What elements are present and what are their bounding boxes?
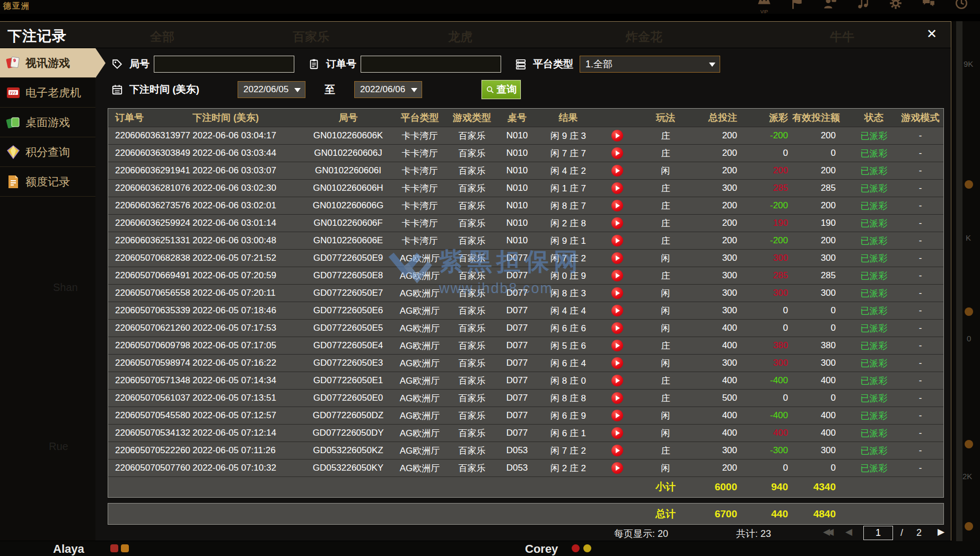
cell-result: 闲 8 庄 7 [538, 200, 599, 212]
music-icon[interactable] [854, 0, 872, 14]
person-chat-icon[interactable] [821, 0, 839, 14]
play-video-icon[interactable] [611, 322, 623, 334]
cell-platform-type: AG欧洲厅 [392, 340, 448, 352]
play-video-icon[interactable] [611, 270, 623, 281]
column-header-round-no: 局号 [304, 111, 392, 124]
date-from-select[interactable]: 2022/06/05 [238, 81, 305, 98]
cell-valid-bet: 0 [792, 323, 851, 333]
background-badge [572, 544, 580, 552]
play-video-icon[interactable] [611, 445, 623, 456]
previous-page-button[interactable]: ◀ [845, 526, 852, 537]
cell-game-mode: - [897, 340, 943, 351]
subtotal-row: 小计60009404340 [108, 476, 943, 497]
cell-game-type: 百家乐 [448, 147, 496, 160]
play-video-icon[interactable] [611, 392, 623, 404]
background-fragment: 2K [962, 472, 972, 481]
play-video-icon[interactable] [611, 340, 623, 351]
background-player-name: Alaya [53, 542, 84, 556]
play-cell [599, 462, 636, 474]
cell-round-no: GD053226050KY [304, 463, 392, 473]
play-video-icon[interactable] [611, 235, 623, 246]
column-header-table-no: 桌号 [496, 111, 538, 124]
cell-bet-time: 2022-06-05 07:20:59 [190, 270, 304, 281]
play-video-icon[interactable] [611, 182, 623, 194]
sidebar-item-quota[interactable]: 额度记录 [0, 167, 95, 197]
play-video-icon[interactable] [611, 427, 623, 439]
platform-type-select[interactable]: 1.全部 [580, 56, 720, 73]
clock-icon[interactable] [952, 0, 970, 14]
cell-order-no: 220606036291941 [108, 165, 190, 176]
cell-order-no: 220605070682838 [108, 253, 190, 263]
cell-round-no: GN0102260606K [304, 130, 392, 141]
play-video-icon[interactable] [611, 130, 623, 142]
play-cell [599, 287, 636, 299]
cell-round-no: GN0102260606G [304, 200, 392, 211]
gear-icon[interactable] [887, 0, 905, 14]
cell-payout: 285 [746, 183, 792, 193]
cell-total-bet: 400 [695, 428, 746, 438]
table-row: 2206050706097982022-06-05 07:17:05GD0772… [108, 337, 943, 354]
cell-result: 闲 2 庄 8 [538, 217, 599, 230]
background-player-name: Corey [525, 542, 558, 556]
page-number-input[interactable]: 1 [863, 526, 893, 540]
play-cell [599, 410, 636, 421]
cell-round-no: GD077226050E7 [304, 288, 392, 298]
cell-round-no: GD077226050E4 [304, 340, 392, 351]
play-video-icon[interactable] [611, 305, 623, 316]
cell-order-no: 220606036303849 [108, 148, 190, 158]
query-button[interactable]: 查询 [482, 80, 521, 99]
cell-play-type: 闲 [636, 462, 695, 474]
date-range-to-label: 至 [325, 83, 335, 97]
play-video-icon[interactable] [611, 217, 623, 229]
play-video-icon[interactable] [611, 252, 623, 264]
sidebar-item-slot-machine[interactable]: 777电子老虎机 [0, 78, 95, 108]
cell-game-type: 百家乐 [448, 392, 496, 404]
cell-valid-bet: 380 [792, 340, 851, 351]
cell-status: 已派彩 [851, 130, 897, 142]
cell-bet-time: 2022-06-05 07:16:22 [190, 358, 304, 368]
cell-bet-time: 2022-06-06 03:02:30 [190, 183, 304, 193]
cell-platform-type: AG欧洲厅 [392, 252, 448, 264]
cell-order-no: 220605070522260 [108, 445, 190, 456]
close-icon[interactable]: ✕ [926, 28, 937, 40]
cell-round-no: GD077226050DY [304, 428, 392, 438]
round-number-input[interactable] [154, 56, 294, 73]
grand-total-row: 总计67004404840 [108, 504, 943, 524]
chat-bubbles-icon[interactable] [920, 0, 938, 14]
cell-valid-bet: 400 [792, 375, 851, 386]
next-page-button[interactable]: ▶ [938, 526, 944, 537]
cell-valid-bet: 300 [792, 358, 851, 368]
play-cell [599, 200, 636, 211]
play-video-icon[interactable] [611, 287, 623, 299]
background-player-name: Shan [53, 281, 78, 294]
flag-icon[interactable] [788, 0, 806, 14]
order-number-input[interactable] [361, 56, 501, 73]
play-video-icon[interactable] [611, 375, 623, 386]
play-cell [599, 130, 636, 142]
bet-records-table: 订单号下注时间 (美东)局号平台类型游戏类型桌号结果玩法总投注派彩有效投注额状态… [108, 108, 944, 498]
date-to-select[interactable]: 2022/06/06 [354, 81, 422, 98]
first-page-button[interactable]: ◀◀ [823, 526, 830, 537]
cell-platform-type: 卡卡湾厅 [392, 217, 448, 230]
play-video-icon[interactable] [611, 147, 623, 159]
play-video-icon[interactable] [611, 165, 623, 176]
cell-result: 闲 7 庄 2 [538, 445, 599, 457]
cell-bet-time: 2022-06-05 07:17:53 [190, 323, 304, 333]
play-video-icon[interactable] [611, 357, 623, 369]
play-video-icon[interactable] [611, 462, 623, 474]
column-header-status: 状态 [851, 111, 897, 124]
cell-table-no: D077 [496, 323, 538, 333]
sidebar-item-video-games[interactable]: 9视讯游戏 [0, 48, 95, 78]
cell-result: 闲 8 庄 3 [538, 287, 599, 299]
play-video-icon[interactable] [611, 410, 623, 421]
play-video-icon[interactable] [611, 200, 623, 211]
cell-play-type: 庄 [636, 340, 695, 352]
sidebar-item-label: 桌面游戏 [25, 115, 70, 130]
sidebar-item-points[interactable]: 积分查询 [0, 137, 95, 167]
cell-order-no: 220606036281076 [108, 183, 190, 193]
vip-icon[interactable]: VIP [755, 0, 773, 14]
background-tab: 牛牛 [830, 29, 854, 45]
sidebar-item-table-games[interactable]: 桌面游戏 [0, 108, 95, 137]
platform-type-label: 平台类型 [533, 57, 573, 71]
cell-valid-bet: 200 [792, 165, 851, 176]
